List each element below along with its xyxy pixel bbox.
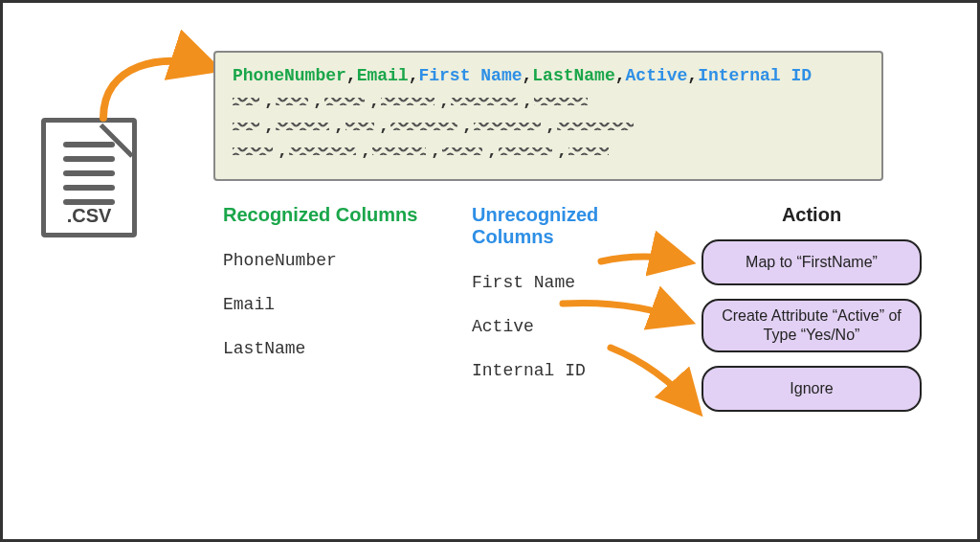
csv-extension-label: .CSV <box>46 205 132 227</box>
svg-text:,: , <box>369 95 380 108</box>
svg-text:,: , <box>264 120 275 133</box>
csv-col: PhoneNumber <box>233 66 346 85</box>
svg-text:,: , <box>379 120 390 133</box>
action-map-to-firstname[interactable]: Map to “FirstName” <box>702 239 922 285</box>
recognized-column-item: Email <box>223 295 434 314</box>
arrow-file-to-header <box>94 41 228 137</box>
svg-text:,: , <box>487 145 498 158</box>
recognized-column-item: PhoneNumber <box>223 251 434 270</box>
csv-col: Email <box>357 66 409 85</box>
action-ignore[interactable]: Ignore <box>702 366 922 412</box>
svg-text:,: , <box>278 145 288 158</box>
unrecognized-columns-title: Unrecognized Columns <box>472 204 663 248</box>
action-label: Map to “FirstName” <box>746 253 878 272</box>
svg-rect-8 <box>451 98 518 105</box>
csv-col: First Name <box>418 66 522 85</box>
arrow-internalid-to-action <box>606 338 721 424</box>
arrow-active-to-action <box>558 290 702 338</box>
svg-text:,: , <box>313 95 323 108</box>
svg-rect-6 <box>381 98 434 105</box>
svg-rect-19 <box>474 123 541 130</box>
svg-text:,: , <box>361 145 371 158</box>
action-create-attribute-active[interactable]: Create Attribute “Active” of Type “Yes/N… <box>702 299 922 352</box>
svg-text:,: , <box>523 95 533 108</box>
svg-text:,: , <box>439 95 450 108</box>
csv-col: Active <box>626 66 688 85</box>
svg-text:,: , <box>334 120 345 133</box>
svg-rect-30 <box>499 147 552 155</box>
svg-rect-26 <box>372 147 426 155</box>
svg-rect-28 <box>442 147 482 155</box>
svg-text:,: , <box>462 120 473 133</box>
svg-rect-21 <box>557 123 634 130</box>
csv-col: LastName <box>532 66 614 85</box>
action-label: Create Attribute “Active” of Type “Yes/N… <box>713 306 910 345</box>
recognized-columns-title: Recognized Columns <box>223 204 434 226</box>
svg-rect-0 <box>233 98 259 105</box>
svg-rect-24 <box>289 147 356 155</box>
svg-text:,: , <box>431 145 441 158</box>
svg-text:,: , <box>264 95 275 108</box>
csv-col: Internal ID <box>698 66 812 85</box>
svg-rect-4 <box>324 98 365 105</box>
csv-data-row: ,,,,, <box>233 120 864 137</box>
arrow-firstname-to-action <box>596 244 702 282</box>
action-title: Action <box>692 204 931 226</box>
csv-preview-box: PhoneNumber,Email,First Name,LastName,Ac… <box>213 51 883 181</box>
action-label: Ignore <box>790 379 833 398</box>
svg-rect-32 <box>568 147 609 155</box>
svg-rect-11 <box>233 123 259 130</box>
svg-rect-13 <box>276 123 329 130</box>
svg-rect-22 <box>233 147 273 155</box>
svg-rect-15 <box>345 123 374 130</box>
recognized-column-item: LastName <box>223 339 434 358</box>
svg-rect-17 <box>390 123 457 130</box>
csv-header-row: PhoneNumber,Email,First Name,LastName,Ac… <box>233 66 864 85</box>
svg-rect-2 <box>276 98 308 105</box>
svg-text:,: , <box>557 145 568 158</box>
svg-text:,: , <box>546 120 556 133</box>
csv-data-row: ,,,,, <box>233 145 864 162</box>
svg-rect-10 <box>534 98 588 105</box>
csv-data-row: ,,,,, <box>233 95 864 112</box>
